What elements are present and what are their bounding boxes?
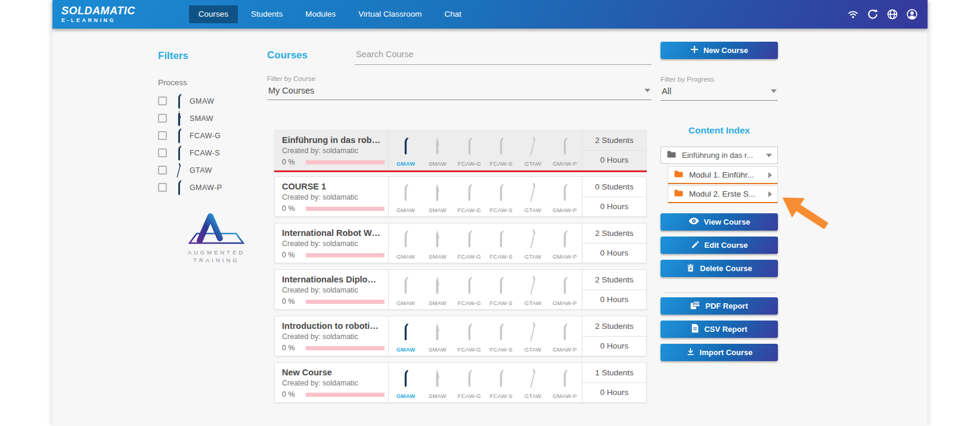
module-item-1[interactable]: Modul 1. Einführ... xyxy=(668,166,778,184)
hours-count: 0 Hours xyxy=(582,290,646,310)
process-filter-label: GMAW-P xyxy=(190,184,222,192)
courses-section: Courses Filter by Course My Courses Einf… xyxy=(267,45,652,100)
process-gmaw: GMAW xyxy=(390,182,421,213)
torch-smaw-icon xyxy=(433,275,442,298)
course-row[interactable]: Internationales Diplom für Rob... Create… xyxy=(274,269,647,310)
account-icon[interactable] xyxy=(906,8,918,20)
torch-mig-icon xyxy=(401,229,410,251)
process-label: SMAW xyxy=(429,207,446,213)
pdf-report-button[interactable]: PDFPDF Report xyxy=(660,297,778,315)
import-icon xyxy=(686,347,695,358)
nav-item-modules[interactable]: Modules xyxy=(296,5,345,23)
torch-mig-icon xyxy=(560,136,569,158)
checkbox-fcaw-s[interactable] xyxy=(158,148,167,157)
process-icons-cell: GMAWSMAWFCAW-GFCAW-SGTAWGMAW-P xyxy=(388,316,582,356)
module-item-2[interactable]: Modul 2. Erste S... xyxy=(668,185,778,203)
process-filter-fcaw-g: FCAW-G xyxy=(158,127,271,144)
checkbox-fcaw-g[interactable] xyxy=(158,131,167,140)
process-fcaw-g: FCAW-G xyxy=(454,275,485,306)
process-gmaw-p: GMAW-P xyxy=(549,322,580,353)
process-label: GMAW-P xyxy=(553,346,577,353)
course-stats-cell: 2 Students 0 Hours xyxy=(582,130,646,170)
course-created-by: Created by: soldamatic xyxy=(282,379,382,387)
process-label: GMAW xyxy=(396,253,415,260)
content-index-course-select[interactable]: Einführung in das r... xyxy=(660,147,778,164)
torch-mig-icon xyxy=(401,182,410,205)
torch-smaw-icon xyxy=(433,229,442,251)
refresh-icon[interactable] xyxy=(867,8,879,20)
process-fcaw-s: FCAW-S xyxy=(486,275,517,306)
new-course-button[interactable]: New Course xyxy=(660,42,778,59)
nav-item-virtual-classroom[interactable]: Virtual Classroom xyxy=(349,5,431,23)
search-course-input[interactable] xyxy=(355,45,652,65)
nav-item-chat[interactable]: Chat xyxy=(435,5,472,23)
course-title: International Robot Welding B... xyxy=(282,228,382,238)
filter-by-progress-select[interactable]: All xyxy=(660,83,778,101)
course-info-cell: Introduction to robotic weldin... Create… xyxy=(275,316,388,356)
trash-icon xyxy=(686,263,695,274)
checkbox-smaw[interactable] xyxy=(158,114,167,123)
torch-smaw-icon xyxy=(172,111,186,126)
process-label: FCAW-G xyxy=(458,253,481,260)
progress-bar xyxy=(306,393,384,397)
panel-divider xyxy=(663,293,776,293)
process-label: SMAW xyxy=(429,346,446,353)
folder-orange-icon xyxy=(674,170,684,181)
torch-mig-icon xyxy=(172,94,186,109)
checkbox-gtaw[interactable] xyxy=(158,166,167,175)
course-stats-cell: 2 Students 0 Hours xyxy=(582,316,646,356)
nav-item-courses[interactable]: Courses xyxy=(189,5,238,23)
torch-mig-icon xyxy=(401,322,410,344)
torch-mig-icon xyxy=(465,136,474,158)
process-gmaw-active: GMAW xyxy=(390,368,421,399)
course-progress: 0 % xyxy=(282,251,382,259)
wifi-icon[interactable] xyxy=(847,8,859,20)
process-fcaw-s: FCAW-S xyxy=(486,322,517,353)
delete-course-button[interactable]: Delete Course xyxy=(660,260,778,277)
eye-icon xyxy=(689,217,699,227)
process-label: FCAW-G xyxy=(458,300,481,306)
process-filter-fcaw-s: FCAW-S xyxy=(158,144,271,161)
hours-count: 0 Hours xyxy=(582,197,646,217)
checkbox-gmaw-p[interactable] xyxy=(158,183,167,192)
soldamatic-logo[interactable]: SOLDAMATIC E-LEARNING xyxy=(61,5,135,23)
process-fcaw-s: FCAW-S xyxy=(486,182,517,213)
import-course-button[interactable]: Import Course xyxy=(660,344,778,361)
course-row[interactable]: New Course Created by: soldamatic 0 % GM… xyxy=(274,362,647,403)
button-label: CSV Report xyxy=(704,325,747,334)
process-label: FCAW-S xyxy=(490,160,513,167)
process-gmaw-active: GMAW xyxy=(390,322,421,353)
filter-by-progress-label: Filter by Progress xyxy=(660,76,778,83)
nav-item-students[interactable]: Students xyxy=(241,5,292,23)
pdf-icon: PDF xyxy=(690,301,700,312)
csv-report-button[interactable]: CSV Report xyxy=(660,321,778,338)
process-filter-smaw: SMAW xyxy=(158,110,271,127)
students-count: 2 Students xyxy=(582,130,646,151)
course-row[interactable]: Introduction to robotic weldin... Create… xyxy=(274,316,647,356)
process-label: FCAW-G xyxy=(458,160,481,167)
globe-icon[interactable] xyxy=(886,8,898,20)
new-course-label: New Course xyxy=(703,46,748,55)
checkbox-gmaw[interactable] xyxy=(158,97,167,105)
edit-course-button[interactable]: Edit Course xyxy=(660,237,778,254)
hours-count: 0 Hours xyxy=(582,383,646,403)
torch-gtaw-icon xyxy=(528,322,538,344)
torch-gtaw-icon xyxy=(528,275,538,298)
course-row[interactable]: COURSE 1 Created by: soldamatic 0 % GMAW… xyxy=(274,176,647,217)
course-row[interactable]: International Robot Welding B... Created… xyxy=(274,223,647,263)
course-row[interactable]: Einführung in das robotersch... Created … xyxy=(274,130,647,170)
top-navbar: SOLDAMATIC E-LEARNING CoursesStudentsMod… xyxy=(52,0,928,29)
process-gmaw: GMAW xyxy=(390,275,421,306)
torch-mig-icon xyxy=(497,322,505,344)
process-gtaw: GTAW xyxy=(517,275,548,306)
view-course-button[interactable]: View Course xyxy=(660,213,778,231)
process-label: FCAW-G xyxy=(458,346,481,353)
course-created-by: Created by: soldamatic xyxy=(282,147,382,155)
chevron-right-icon xyxy=(768,172,772,178)
course-progress: 0 % xyxy=(282,204,382,213)
process-filter-label: FCAW-G xyxy=(190,132,221,140)
process-smaw: SMAW xyxy=(422,229,453,260)
torch-mig-icon xyxy=(465,368,474,391)
filter-by-course-select[interactable]: My Courses xyxy=(267,82,652,100)
plus-icon xyxy=(690,45,699,55)
